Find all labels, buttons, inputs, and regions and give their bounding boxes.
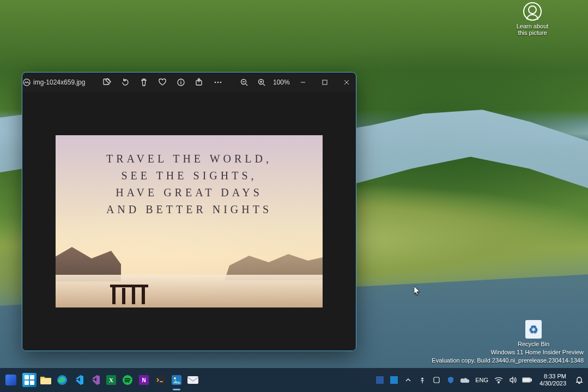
delete-button[interactable] bbox=[136, 74, 152, 91]
zoom-level[interactable]: 100% bbox=[271, 79, 292, 86]
window-controls bbox=[292, 74, 356, 91]
photos-viewport[interactable]: Travel the world, see the sights, have g… bbox=[22, 92, 356, 351]
displayed-image: Travel the world, see the sights, have g… bbox=[56, 135, 323, 307]
taskbar-visual-studio[interactable] bbox=[87, 372, 102, 388]
svg-rect-23 bbox=[434, 377, 439, 383]
svg-point-6 bbox=[220, 82, 222, 83]
photos-app-icon bbox=[22, 78, 31, 87]
tray-wifi-icon[interactable] bbox=[494, 375, 504, 385]
svg-rect-27 bbox=[531, 379, 532, 381]
taskbar-photos[interactable] bbox=[169, 372, 184, 388]
desktop-icon-learn-about-picture[interactable]: Learn about this picture bbox=[512, 2, 553, 36]
mouse-cursor bbox=[414, 286, 421, 296]
rotate-button[interactable] bbox=[117, 74, 134, 91]
edit-image-button[interactable] bbox=[99, 74, 115, 91]
image-quote-text: Travel the world, see the sights, have g… bbox=[56, 150, 323, 218]
tray-usb-icon[interactable] bbox=[417, 375, 427, 385]
desktop-icon-recycle-bin[interactable]: Recycle Bin bbox=[513, 320, 554, 347]
tray-volume-icon[interactable] bbox=[508, 375, 518, 385]
info-button[interactable] bbox=[173, 74, 189, 91]
svg-rect-10 bbox=[40, 378, 51, 384]
zoom-controls: 100% bbox=[236, 74, 292, 91]
tray-language[interactable]: ENG bbox=[474, 377, 489, 383]
taskbar-excel[interactable]: X bbox=[104, 372, 119, 388]
taskbar[interactable]: X N ENG 8:33 PM 4/30/2023 bbox=[0, 368, 588, 392]
zoom-out-button[interactable] bbox=[236, 74, 252, 91]
tray-onedrive-icon[interactable] bbox=[460, 375, 470, 385]
taskbar-file-explorer[interactable] bbox=[38, 372, 53, 388]
svg-point-24 bbox=[498, 382, 499, 383]
desktop-icon-label: Learn about this picture bbox=[512, 23, 553, 36]
taskbar-mail[interactable] bbox=[185, 372, 201, 388]
favorite-button[interactable] bbox=[154, 74, 171, 91]
tray-battery-icon[interactable] bbox=[522, 375, 532, 385]
spotlight-icon bbox=[523, 2, 542, 21]
svg-rect-26 bbox=[523, 378, 530, 382]
svg-rect-9 bbox=[323, 80, 327, 85]
svg-text:X: X bbox=[109, 377, 113, 383]
widgets-button[interactable] bbox=[3, 372, 19, 388]
photos-app-window[interactable]: img-1024x659.jpg bbox=[22, 72, 356, 351]
share-button[interactable] bbox=[191, 74, 208, 91]
tray-copilot-icon[interactable] bbox=[432, 375, 441, 385]
minimize-button[interactable] bbox=[292, 74, 314, 91]
svg-point-5 bbox=[217, 82, 219, 83]
svg-rect-20 bbox=[187, 376, 198, 384]
svg-rect-22 bbox=[390, 376, 398, 384]
photos-filename: img-1024x659.jpg bbox=[31, 79, 91, 86]
tray-app2-icon[interactable] bbox=[389, 375, 399, 385]
taskbar-terminal[interactable] bbox=[153, 372, 168, 388]
tray-defender-icon[interactable] bbox=[446, 375, 456, 385]
zoom-in-button[interactable] bbox=[253, 74, 270, 91]
photos-toolbar bbox=[99, 74, 226, 91]
svg-rect-21 bbox=[376, 376, 384, 384]
close-button[interactable] bbox=[336, 74, 356, 91]
desktop-icon-label: Recycle Bin bbox=[513, 341, 554, 347]
tray-app-icon[interactable] bbox=[375, 375, 385, 385]
taskbar-vscode[interactable] bbox=[71, 372, 86, 388]
tray-chevron-up-icon[interactable] bbox=[403, 375, 413, 385]
taskbar-onenote[interactable]: N bbox=[136, 372, 151, 388]
maximize-button[interactable] bbox=[314, 74, 336, 91]
svg-point-19 bbox=[174, 377, 176, 379]
recycle-bin-icon bbox=[525, 320, 542, 339]
taskbar-spotify[interactable] bbox=[120, 372, 135, 388]
tray-notifications-icon[interactable] bbox=[574, 376, 585, 384]
more-button[interactable] bbox=[210, 74, 226, 91]
svg-text:N: N bbox=[142, 377, 146, 383]
svg-point-4 bbox=[215, 82, 216, 83]
photos-titlebar[interactable]: img-1024x659.jpg bbox=[22, 73, 356, 92]
start-button[interactable] bbox=[22, 372, 37, 388]
taskbar-edge[interactable] bbox=[54, 372, 70, 388]
windows-watermark: Windows 11 Home Insider Preview Evaluati… bbox=[432, 348, 584, 365]
tray-clock[interactable]: 8:33 PM 4/30/2023 bbox=[536, 373, 569, 387]
svg-rect-17 bbox=[155, 376, 165, 384]
system-tray: ENG 8:33 PM 4/30/2023 bbox=[375, 373, 585, 387]
